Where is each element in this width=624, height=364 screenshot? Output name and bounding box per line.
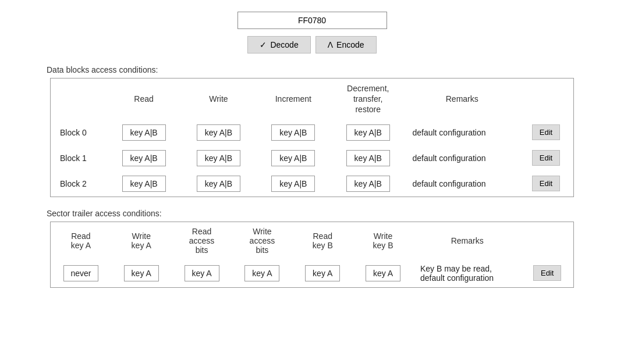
st-col-read-access-bits: Read access bits — [172, 222, 232, 259]
block-read-cell: key A|B — [107, 171, 181, 197]
data-blocks-label: Data blocks access conditions: — [47, 65, 158, 74]
block-read-cell: key A|B — [107, 145, 181, 171]
sector-trailer-table: Read key A Write key A Read access bits … — [51, 222, 573, 287]
encode-button[interactable]: Λ Encode — [315, 36, 377, 53]
col-read: Read — [107, 78, 181, 120]
st-col-write-key-a: Write key A — [111, 222, 172, 259]
col-empty — [51, 78, 107, 120]
block-increment-cell: key A|B — [256, 171, 331, 197]
block-increment-cell: key A|B — [256, 120, 331, 145]
block-increment-cell: key A|B — [256, 145, 331, 171]
block-remarks-cell: default configuration — [405, 171, 519, 197]
st-col-read-key-b: Read key B — [292, 222, 353, 259]
block-decrement-cell: key A|B — [331, 145, 405, 171]
st-edit-cell[interactable]: Edit — [521, 259, 573, 287]
data-blocks-table: Read Write Increment Decrement, transfer… — [51, 78, 573, 197]
data-blocks-table-container: Read Write Increment Decrement, transfer… — [50, 78, 574, 197]
st-read-key-a-cell: never — [51, 259, 111, 287]
sector-trailer-row: never key A key A key A key A key A Key … — [51, 259, 573, 287]
st-remarks-cell: Key B may be read, default configuration — [413, 259, 522, 287]
block-write-cell: key A|B — [181, 171, 256, 197]
block-label: Block 0 — [51, 120, 107, 145]
block-label: Block 1 — [51, 145, 107, 171]
sector-trailer-label: Sector trailer access conditions: — [47, 209, 162, 218]
st-write-key-b-cell: key A — [353, 259, 413, 287]
decode-icon: ✓ — [260, 40, 267, 49]
block-remarks-cell: default configuration — [405, 145, 519, 171]
block-edit-cell[interactable]: Edit — [519, 171, 573, 197]
hex-input[interactable]: FF0780 — [237, 12, 387, 29]
block-remarks-cell: default configuration — [405, 120, 519, 145]
col-decrement: Decrement, transfer, restore — [331, 78, 405, 120]
st-edit-button[interactable]: Edit — [533, 265, 561, 281]
block-write-cell: key A|B — [181, 145, 256, 171]
block-edit-button[interactable]: Edit — [532, 124, 560, 140]
data-blocks-header-row: Read Write Increment Decrement, transfer… — [51, 78, 573, 120]
decode-button[interactable]: ✓ Decode — [247, 36, 310, 53]
block-edit-button[interactable]: Edit — [532, 150, 560, 166]
encode-icon: Λ — [328, 40, 333, 49]
data-block-row: Block 0 key A|B key A|B key A|B key A|B … — [51, 120, 573, 145]
st-read-access-bits-cell: key A — [172, 259, 232, 287]
st-write-key-a-cell: key A — [111, 259, 172, 287]
block-label: Block 2 — [51, 171, 107, 197]
st-col-edit-header — [521, 222, 573, 259]
st-read-key-b-cell: key A — [292, 259, 353, 287]
data-block-row: Block 1 key A|B key A|B key A|B key A|B … — [51, 145, 573, 171]
block-edit-button[interactable]: Edit — [532, 176, 560, 191]
col-remarks: Remarks — [405, 78, 519, 120]
col-edit-header — [519, 78, 573, 120]
st-col-write-access-bits: Write access bits — [232, 222, 292, 259]
data-block-row: Block 2 key A|B key A|B key A|B key A|B … — [51, 171, 573, 197]
block-read-cell: key A|B — [107, 120, 181, 145]
sector-trailer-header-row: Read key A Write key A Read access bits … — [51, 222, 573, 259]
col-write: Write — [181, 78, 256, 120]
block-decrement-cell: key A|B — [331, 171, 405, 197]
block-write-cell: key A|B — [181, 120, 256, 145]
st-col-read-key-a: Read key A — [51, 222, 111, 259]
block-decrement-cell: key A|B — [331, 120, 405, 145]
st-write-access-bits-cell: key A — [232, 259, 292, 287]
block-edit-cell[interactable]: Edit — [519, 120, 573, 145]
st-col-write-key-b: Write key B — [353, 222, 413, 259]
col-increment: Increment — [256, 78, 331, 120]
action-buttons: ✓ Decode Λ Encode — [247, 36, 376, 53]
st-col-remarks: Remarks — [413, 222, 522, 259]
block-edit-cell[interactable]: Edit — [519, 145, 573, 171]
sector-trailer-table-container: Read key A Write key A Read access bits … — [50, 222, 574, 288]
